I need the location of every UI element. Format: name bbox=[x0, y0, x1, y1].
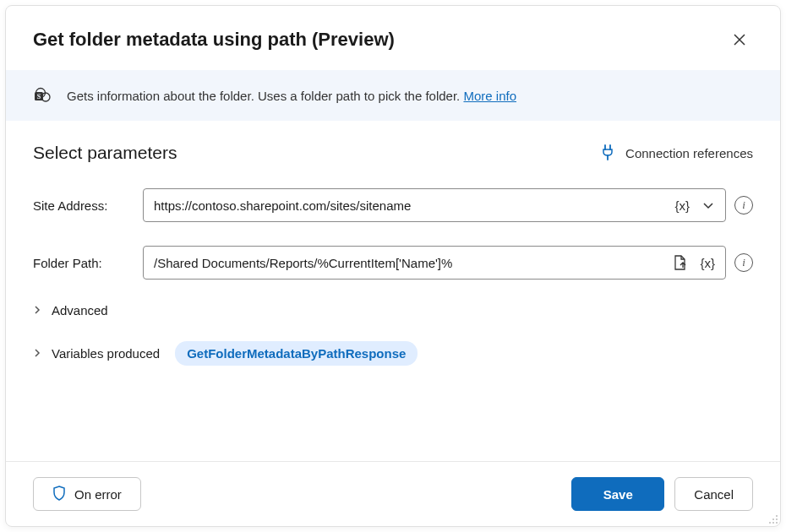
site-address-addons: {x} bbox=[671, 192, 718, 219]
dialog-panel: Get folder metadata using path (Preview)… bbox=[5, 5, 781, 527]
save-button[interactable]: Save bbox=[571, 477, 664, 511]
svg-point-8 bbox=[772, 522, 774, 524]
info-icon: i bbox=[742, 256, 745, 269]
variable-badge[interactable]: GetFolderMetadataByPathResponse bbox=[175, 341, 418, 366]
chevron-right-icon bbox=[33, 305, 45, 317]
footer-right: Save Cancel bbox=[571, 477, 753, 511]
variable-token-icon: {x} bbox=[700, 256, 715, 270]
section-title: Select parameters bbox=[33, 143, 177, 163]
info-icon: i bbox=[742, 198, 745, 212]
folder-path-row: Folder Path: {x} bbox=[33, 246, 753, 280]
variable-picker-button[interactable]: {x} bbox=[696, 249, 718, 276]
folder-path-label: Folder Path: bbox=[33, 256, 134, 270]
advanced-expander[interactable]: Advanced bbox=[33, 303, 753, 318]
site-address-input-wrap: {x} bbox=[143, 188, 726, 222]
info-text-container: Gets information about the folder. Uses … bbox=[67, 89, 516, 103]
sharepoint-icon: S bbox=[33, 85, 53, 106]
variable-token-icon: {x} bbox=[674, 198, 690, 213]
svg-text:S: S bbox=[37, 93, 41, 100]
resize-grip-icon bbox=[767, 513, 778, 524]
site-address-info-button[interactable]: i bbox=[734, 196, 753, 214]
svg-point-5 bbox=[772, 518, 774, 520]
file-select-icon bbox=[673, 254, 688, 271]
dialog-title: Get folder metadata using path (Preview) bbox=[33, 29, 395, 51]
site-address-label: Site Address: bbox=[33, 198, 134, 213]
svg-point-6 bbox=[776, 518, 778, 520]
folder-path-input-wrap: {x} bbox=[143, 246, 726, 280]
file-picker-button[interactable] bbox=[669, 249, 691, 276]
dialog-footer: On error Save Cancel bbox=[6, 461, 780, 526]
close-button[interactable] bbox=[726, 26, 753, 53]
svg-point-7 bbox=[769, 522, 771, 524]
cancel-label: Cancel bbox=[694, 487, 734, 502]
dialog-header: Get folder metadata using path (Preview) bbox=[6, 6, 780, 70]
variable-picker-button[interactable]: {x} bbox=[671, 192, 693, 219]
dialog-content: Select parameters Connection references … bbox=[6, 121, 780, 461]
close-icon bbox=[733, 33, 746, 46]
svg-point-9 bbox=[776, 522, 778, 524]
info-text: Gets information about the folder. Uses … bbox=[67, 89, 463, 103]
cancel-button[interactable]: Cancel bbox=[674, 477, 753, 511]
connection-references-button[interactable]: Connection references bbox=[600, 144, 753, 163]
plug-icon bbox=[600, 144, 615, 163]
section-header: Select parameters Connection references bbox=[33, 143, 753, 163]
dropdown-button[interactable] bbox=[698, 192, 718, 219]
footer-left: On error bbox=[33, 477, 141, 511]
chevron-down-icon bbox=[701, 198, 715, 212]
on-error-label: On error bbox=[74, 487, 122, 502]
svg-point-4 bbox=[776, 515, 778, 517]
shield-icon bbox=[52, 486, 66, 503]
site-address-row: Site Address: {x} i bbox=[33, 188, 753, 222]
save-label: Save bbox=[603, 487, 633, 502]
variables-produced-label: Variables produced bbox=[52, 346, 160, 361]
on-error-button[interactable]: On error bbox=[33, 477, 141, 511]
variables-produced-expander[interactable]: Variables produced GetFolderMetadataByPa… bbox=[33, 341, 753, 366]
chevron-right-icon bbox=[33, 348, 45, 360]
folder-path-addons: {x} bbox=[669, 249, 718, 276]
folder-path-info-button[interactable]: i bbox=[734, 253, 753, 272]
site-address-input[interactable] bbox=[154, 198, 671, 213]
advanced-label: Advanced bbox=[52, 303, 108, 318]
info-bar: S Gets information about the folder. Use… bbox=[6, 70, 780, 121]
connection-references-label: Connection references bbox=[625, 146, 753, 160]
folder-path-input[interactable] bbox=[154, 256, 669, 270]
more-info-link[interactable]: More info bbox=[463, 89, 516, 103]
